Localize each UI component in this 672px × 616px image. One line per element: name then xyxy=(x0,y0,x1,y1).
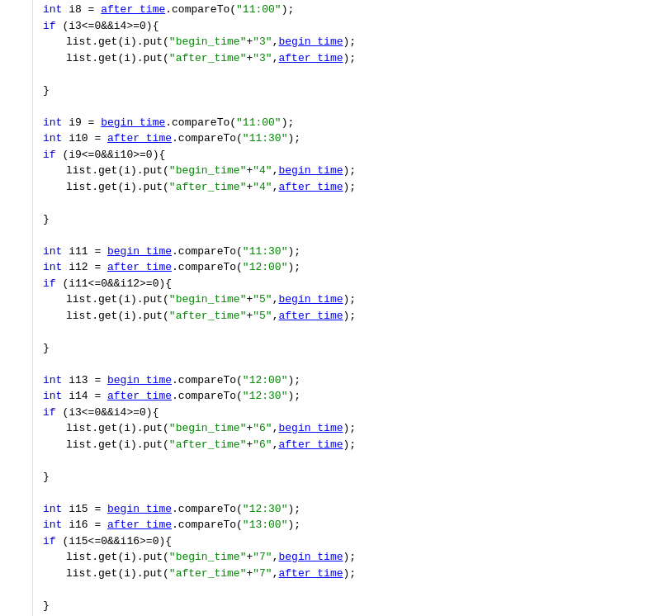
code-line xyxy=(43,227,672,244)
code-line: list.get(i).put("begin_time"+"4",begin_t… xyxy=(43,163,672,179)
line-number xyxy=(0,437,26,453)
line-number xyxy=(0,453,26,469)
line-number xyxy=(0,211,26,228)
code-line: list.get(i).put("begin_time"+"3",begin_t… xyxy=(43,34,672,50)
line-number xyxy=(0,340,26,357)
line-number xyxy=(0,372,26,389)
line-number xyxy=(0,227,26,244)
line-number xyxy=(0,195,26,211)
line-number xyxy=(0,549,26,566)
line-number xyxy=(0,420,26,437)
line-number xyxy=(0,356,26,372)
code-line: } xyxy=(43,211,672,228)
code-line xyxy=(43,98,672,115)
line-number xyxy=(0,83,26,99)
code-line: list.get(i).put("begin_time"+"6",begin_t… xyxy=(43,420,672,437)
code-line: if (i3<=0&&i4>=0){ xyxy=(43,405,672,421)
line-number xyxy=(0,324,26,340)
line-number xyxy=(0,179,26,196)
line-number xyxy=(0,66,26,83)
line-number xyxy=(0,501,26,518)
code-line: if (i15<=0&&i16>=0){ xyxy=(43,533,672,550)
line-number xyxy=(0,130,26,147)
line-number xyxy=(0,517,26,533)
editor-container: int i8 = after_time.compareTo("11:00");i… xyxy=(0,0,672,616)
line-number xyxy=(0,18,26,35)
code-line xyxy=(43,453,672,469)
line-number xyxy=(0,469,26,486)
code-line: if (i11<=0&&i12>=0){ xyxy=(43,276,672,292)
code-line: int i14 = after_time.compareTo("12:30"); xyxy=(43,388,672,405)
code-line: list.get(i).put("after_time"+"4",after_t… xyxy=(43,179,672,196)
code-line xyxy=(43,324,672,340)
code-line: list.get(i).put("after_time"+"7",after_t… xyxy=(43,566,672,582)
code-line: int i16 = after_time.compareTo("13:00"); xyxy=(43,517,672,533)
line-number xyxy=(0,98,26,115)
line-number xyxy=(0,308,26,325)
line-number xyxy=(0,291,26,308)
code-line xyxy=(43,485,672,501)
code-line xyxy=(43,195,672,211)
code-area[interactable]: int i8 = after_time.compareTo("11:00");i… xyxy=(33,0,672,616)
code-line: int i12 = after_time.compareTo("12:00"); xyxy=(43,259,672,276)
line-number xyxy=(0,533,26,550)
line-number xyxy=(0,259,26,276)
line-number xyxy=(0,2,26,18)
line-number xyxy=(0,581,26,598)
line-number xyxy=(0,405,26,421)
code-line: list.get(i).put("after_time"+"5",after_t… xyxy=(43,308,672,325)
code-line: list.get(i).put("after_time"+"3",after_t… xyxy=(43,50,672,67)
code-line: if (i3<=0&&i4>=0){ xyxy=(43,18,672,35)
code-line: list.get(i).put("after_time"+"6",after_t… xyxy=(43,437,672,453)
line-number xyxy=(0,50,26,67)
code-line: } xyxy=(43,83,672,99)
line-number xyxy=(0,485,26,501)
line-number xyxy=(0,244,26,260)
code-line: int i10 = after_time.compareTo("11:30"); xyxy=(43,130,672,147)
code-line: int i9 = begin_time.compareTo("11:00"); xyxy=(43,115,672,131)
code-line: if (i9<=0&&i10>=0){ xyxy=(43,147,672,163)
line-number xyxy=(0,34,26,50)
line-number xyxy=(0,598,26,614)
code-line: int i15 = begin_time.compareTo("12:30"); xyxy=(43,501,672,518)
line-number xyxy=(0,388,26,405)
line-number xyxy=(0,115,26,131)
line-number xyxy=(0,163,26,179)
code-line: int i11 = begin_time.compareTo("11:30"); xyxy=(43,244,672,260)
code-line: list.get(i).put("begin_time"+"7",begin_t… xyxy=(43,549,672,566)
line-number xyxy=(0,147,26,163)
code-line xyxy=(43,66,672,83)
code-line: int i8 = after_time.compareTo("11:00"); xyxy=(43,2,672,18)
code-line: } xyxy=(43,598,672,614)
line-numbers xyxy=(0,0,33,616)
code-line xyxy=(43,356,672,372)
code-line: } xyxy=(43,340,672,357)
code-line: list.get(i).put("begin_time"+"5",begin_t… xyxy=(43,291,672,308)
line-number xyxy=(0,276,26,292)
code-line: int i13 = begin_time.compareTo("12:00"); xyxy=(43,372,672,389)
code-line: } xyxy=(43,469,672,486)
line-number xyxy=(0,566,26,582)
code-line xyxy=(43,581,672,598)
